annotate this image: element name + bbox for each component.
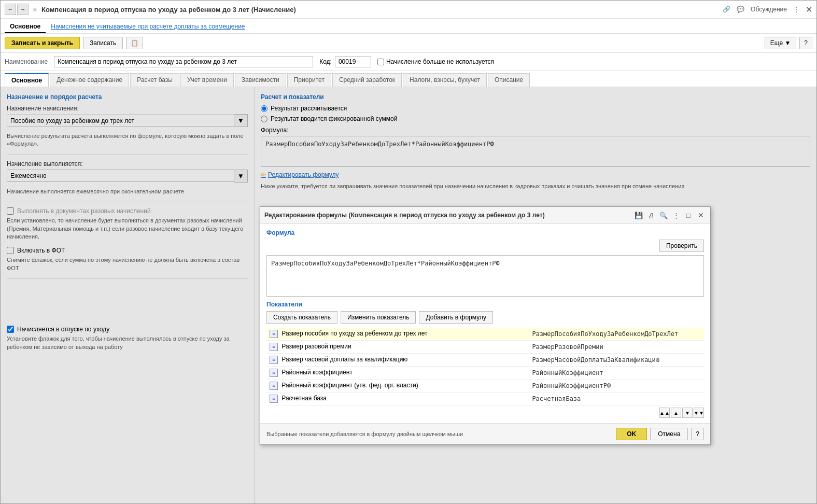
tab-tax[interactable]: Налоги, взносы, бухучет (403, 73, 487, 87)
indicator-name-cell: ≡ Районный коэффициент (утв. фед. орг. в… (266, 380, 529, 393)
indicator-icon: ≡ (270, 382, 278, 390)
modal-resize-icon[interactable]: □ (683, 210, 694, 220)
help-button[interactable]: ? (799, 37, 812, 49)
modal-title-actions: 💾 🖨 🔍 ⋮ □ ✕ (633, 210, 706, 220)
table-row[interactable]: ≡ Размер пособия по уходу за ребенком до… (266, 328, 704, 341)
discussion-label: Обсуждение (751, 6, 787, 13)
add-formula-button[interactable]: Добавить в формулу (419, 311, 492, 324)
indicator-name-cell: ≡ Размер часовой доплаты за квалификацию (266, 354, 529, 367)
table-row[interactable]: ≡ Районный коэффициент РайонныйКоэффицие… (266, 367, 704, 380)
indicator-icon: ≡ (270, 369, 278, 377)
more-icon[interactable]: ⋮ (793, 6, 799, 13)
tab-avg[interactable]: Средний заработок (332, 73, 402, 87)
check-button[interactable]: Проверить (659, 240, 704, 252)
save-button[interactable]: Записать (83, 37, 123, 49)
title-actions: 🔗 💬 Обсуждение ⋮ ✕ (723, 5, 812, 15)
indicator-name: Размер пособия по уходу за ребенком до т… (281, 330, 427, 337)
modal-print-icon[interactable]: 🖨 (646, 210, 656, 220)
tab-deps[interactable]: Зависимости (235, 73, 286, 87)
indicator-code-cell: РазмерЧасовойДоплатыЗаКвалификацию (529, 354, 704, 367)
indicator-code-cell: РайонныйКоэффициент (529, 367, 704, 380)
not-used-checkbox-label[interactable]: Начисление больше не используется (377, 58, 494, 65)
chat-icon[interactable]: 💬 (737, 6, 744, 13)
footer-buttons: OK Отмена ? (616, 428, 704, 440)
modal-title: Редактирование формулы (Компенсация в пе… (264, 212, 630, 219)
tab-priority[interactable]: Приоритет (287, 73, 331, 87)
title-bar: ← → ★ Компенсация в период отпуска по ух… (1, 1, 816, 19)
back-button[interactable]: ← (5, 4, 16, 15)
indicator-name: Районный коэффициент (281, 369, 353, 376)
tab-time[interactable]: Учет времени (180, 73, 234, 87)
tab-money[interactable]: Денежное содержание (50, 73, 129, 87)
main-content: Назначение и порядок расчета Назначение … (1, 87, 816, 503)
modal-body: Формула Проверить РазмерПособияПоУходуЗа… (260, 224, 710, 423)
modal-save-icon[interactable]: 💾 (633, 210, 644, 220)
tab-desc[interactable]: Описание (488, 73, 530, 87)
indicator-code-cell: РасчетнаяБаза (529, 393, 704, 405)
nav-last-btn[interactable]: ▼▼ (694, 408, 704, 418)
not-used-checkbox[interactable] (377, 59, 384, 65)
indicator-icon: ≡ (270, 395, 278, 403)
table-row[interactable]: ≡ Размер разовой премии РазмерРазовойПре… (266, 341, 704, 354)
indicator-name-cell: ≡ Районный коэффициент (266, 367, 529, 380)
modal-help-button[interactable]: ? (691, 428, 704, 440)
more-button[interactable]: Еще ▼ (765, 37, 797, 49)
tab-nachisleniya-link[interactable]: Начисления не учитываемые при расчете до… (51, 23, 245, 30)
code-input[interactable] (335, 56, 371, 67)
code-field: Код: (319, 56, 371, 67)
tab-main[interactable]: Основное (5, 73, 49, 87)
form-header: Наименование Код: Начисление больше не и… (1, 53, 816, 71)
link-icon[interactable]: 🔗 (723, 6, 730, 13)
indicator-name-cell: ≡ Размер пособия по уходу за ребенком до… (266, 328, 529, 341)
toolbar: Записать и закрыть Записать 📋 Еще ▼ ? (1, 34, 816, 53)
indicator-icon: ≡ (270, 330, 278, 338)
indicator-icon: ≡ (270, 356, 278, 364)
not-used-label: Начисление больше не используется (386, 58, 494, 65)
indicators-title: Показатели (266, 301, 704, 308)
footer-hint: Выбранные показатели добавляются в форму… (266, 431, 463, 437)
formula-editor-modal: Редактирование формулы (Компенсация в пе… (260, 206, 711, 445)
indicator-name: Размер часовой доплаты за квалификацию (281, 356, 407, 363)
modal-title-bar: Редактирование формулы (Компенсация в пе… (260, 207, 710, 224)
favorite-icon[interactable]: ★ (32, 5, 38, 13)
modal-footer: Выбранные показатели добавляются в форму… (260, 423, 710, 444)
ok-button[interactable]: OK (616, 428, 647, 440)
save-close-button[interactable]: Записать и закрыть (5, 37, 80, 49)
indicator-code-cell: РазмерРазовойПремии (529, 341, 704, 354)
print-button[interactable]: 📋 (126, 37, 143, 49)
modal-close-button[interactable]: ✕ (696, 210, 706, 220)
indicator-name: Размер разовой премии (281, 343, 351, 350)
modal-more-icon[interactable]: ⋮ (671, 210, 681, 220)
indicator-nav: ▲▲ ▲ ▼ ▼▼ (266, 408, 704, 418)
indicator-code-cell: РайонныйКоэффициентРФ (529, 380, 704, 393)
indicator-name: Районный коэффициент (утв. фед. орг. вла… (281, 382, 418, 389)
nav-next-btn[interactable]: ▼ (682, 408, 693, 418)
cancel-button[interactable]: Отмена (650, 428, 688, 440)
top-tab-bar: Основное Начисления не учитываемые при р… (1, 19, 816, 34)
modal-settings-icon[interactable]: 🔍 (658, 210, 669, 220)
create-indicator-button[interactable]: Создать показатель (266, 311, 337, 324)
forward-button[interactable]: → (17, 4, 29, 15)
table-row[interactable]: ≡ Расчетная база РасчетнаяБаза (266, 393, 704, 405)
name-input[interactable] (54, 56, 313, 67)
change-indicator-button[interactable]: Изменить показатель (341, 311, 416, 324)
indicator-name: Расчетная база (281, 395, 327, 402)
toolbar-right: Еще ▼ ? (765, 37, 812, 49)
code-label: Код: (319, 58, 332, 65)
tab-nachisleniya[interactable]: Начисления не учитываемые при расчете до… (46, 21, 250, 33)
indicator-buttons: Создать показатель Изменить показатель Д… (266, 311, 704, 324)
modal-formula-title: Формула (266, 229, 704, 236)
window-close-button[interactable]: ✕ (806, 5, 812, 15)
nav-first-btn[interactable]: ▲▲ (659, 408, 670, 418)
tab-base[interactable]: Расчет базы (130, 73, 179, 87)
inner-tab-bar: Основное Денежное содержание Расчет базы… (1, 71, 816, 87)
table-row[interactable]: ≡ Размер часовой доплаты за квалификацию… (266, 354, 704, 367)
nav-prev-btn[interactable]: ▲ (671, 408, 681, 418)
tab-osnovnoe[interactable]: Основное (5, 21, 46, 33)
table-row[interactable]: ≡ Районный коэффициент (утв. фед. орг. в… (266, 380, 704, 393)
modal-formula-box[interactable]: РазмерПособияПоУходуЗаРебенкомДоТрехЛет*… (266, 255, 704, 297)
indicator-code-cell: РазмерПособияПоУходуЗаРебенкомДоТрехЛет (529, 328, 704, 341)
nav-buttons: ← → (5, 4, 29, 15)
name-label: Наименование (5, 58, 48, 65)
indicator-name-cell: ≡ Размер разовой премии (266, 341, 529, 354)
